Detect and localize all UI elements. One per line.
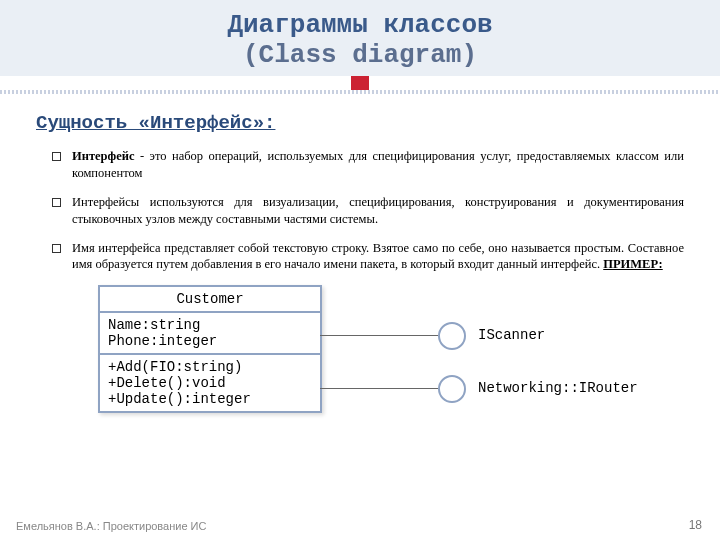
page-number: 18: [689, 518, 702, 532]
uml-operations: +Add(FIO:string) +Delete():void +Update(…: [100, 355, 320, 411]
interface-lollipop-icon: [438, 375, 466, 403]
bullet-item: Интерфейсы используются для визуализации…: [52, 194, 684, 228]
title-en: (Class diagram): [243, 40, 477, 70]
title-ru: Диаграммы классов: [227, 10, 492, 40]
bullet-text: - это набор операций, используемых для с…: [72, 149, 684, 180]
bullet-tail: ПРИМЕР:: [603, 257, 662, 271]
content-area: Сущность «Интерфейс»: Интерфейс - это на…: [0, 94, 720, 440]
bullet-list: Интерфейс - это набор операций, использу…: [52, 148, 684, 273]
bullet-item: Имя интерфейса представляет собой тексто…: [52, 240, 684, 274]
interface-label: Networking::IRouter: [478, 380, 638, 396]
footer-text: Емельянов В.А.: Проектирование ИС: [16, 520, 206, 532]
bullet-text: Имя интерфейса представляет собой тексто…: [72, 241, 684, 272]
bullet-item: Интерфейс - это набор операций, использу…: [52, 148, 684, 182]
interface-label: IScanner: [478, 327, 545, 343]
slide-header: Диаграммы классов (Class diagram): [0, 0, 720, 76]
slide-title: Диаграммы классов (Class diagram): [0, 10, 720, 70]
connector-line: [320, 335, 438, 336]
interface-lollipop-icon: [438, 322, 466, 350]
bullet-bold: Интерфейс: [72, 149, 135, 163]
uml-class-box: Customer Name:string Phone:integer +Add(…: [98, 285, 322, 413]
uml-class-name: Customer: [100, 287, 320, 313]
uml-diagram: Customer Name:string Phone:integer +Add(…: [98, 285, 684, 440]
accent-square: [351, 76, 369, 90]
uml-attributes: Name:string Phone:integer: [100, 313, 320, 355]
connector-line: [320, 388, 438, 389]
section-subtitle: Сущность «Интерфейс»:: [36, 112, 684, 134]
bullet-text: Интерфейсы используются для визуализации…: [72, 195, 684, 226]
